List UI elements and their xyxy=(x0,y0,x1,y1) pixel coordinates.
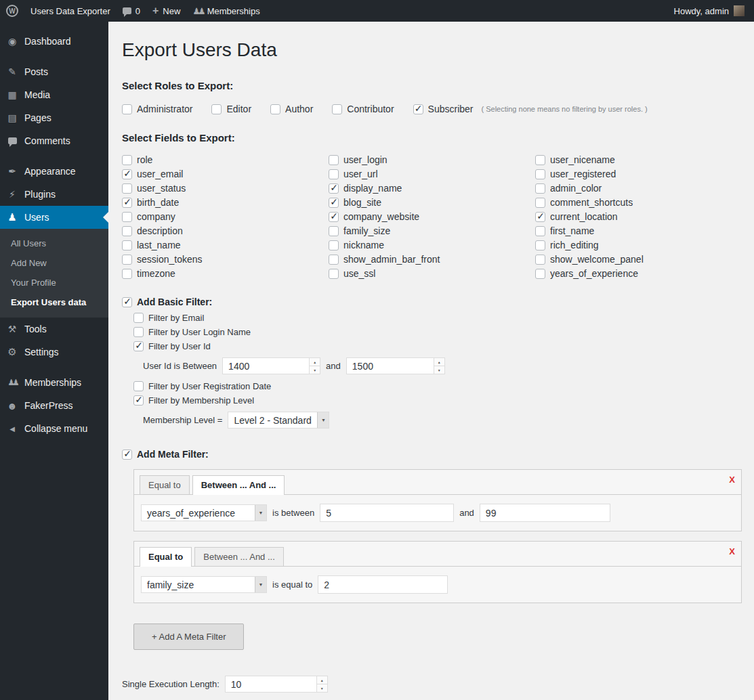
field-checkbox[interactable] xyxy=(535,155,545,165)
field-checkbox[interactable] xyxy=(329,155,339,165)
field-checkbox-item[interactable]: company_website xyxy=(329,211,535,222)
role-checkbox-item[interactable]: Subscriber xyxy=(413,104,474,114)
field-checkbox[interactable] xyxy=(122,183,132,194)
add-meta-filter-checkbox[interactable] xyxy=(122,450,132,460)
field-checkbox[interactable] xyxy=(329,183,339,194)
field-checkbox-item[interactable]: show_welcome_panel xyxy=(535,254,742,265)
field-checkbox-item[interactable]: role xyxy=(122,154,329,165)
role-checkbox[interactable] xyxy=(332,104,342,114)
sidebar-item-comments[interactable]: Comments xyxy=(0,129,108,152)
basic-filter-checkbox[interactable] xyxy=(133,327,144,337)
sidebar-item-dashboard[interactable]: Dashboard xyxy=(0,30,108,53)
basic-filter-checkbox[interactable] xyxy=(133,381,144,391)
basic-filter-checkbox[interactable] xyxy=(133,341,144,351)
field-checkbox[interactable] xyxy=(535,183,545,194)
field-checkbox[interactable] xyxy=(535,269,545,279)
field-checkbox[interactable] xyxy=(122,212,132,222)
spin-down-icon[interactable] xyxy=(310,366,320,374)
field-checkbox-item[interactable]: first_name xyxy=(535,225,742,236)
membership-level-select[interactable]: Level 2 - Standard xyxy=(228,412,329,429)
field-checkbox[interactable] xyxy=(122,155,132,165)
field-checkbox[interactable] xyxy=(535,169,545,179)
field-checkbox-item[interactable]: user_nicename xyxy=(535,154,742,165)
tab-between-and[interactable]: Between ... And ... xyxy=(194,547,284,566)
field-checkbox-item[interactable]: family_size xyxy=(329,225,535,236)
spin-up-icon[interactable] xyxy=(434,358,444,366)
user-id-to-input[interactable]: 1500 xyxy=(346,357,445,374)
basic-filter-option[interactable]: Filter by Membership Level xyxy=(133,395,742,406)
field-checkbox-item[interactable]: timezone xyxy=(122,268,329,279)
wordpress-menu[interactable] xyxy=(0,0,24,22)
field-checkbox-item[interactable]: birth_date xyxy=(122,197,329,208)
tab-equal-to[interactable]: Equal to xyxy=(140,475,190,494)
field-checkbox-item[interactable]: admin_color xyxy=(535,183,742,194)
field-checkbox-item[interactable]: description xyxy=(122,225,329,236)
account-menu[interactable]: Howdy, admin xyxy=(665,5,754,16)
add-meta-filter-toggle[interactable]: Add Meta Filter: xyxy=(122,449,742,460)
sidebar-item-fakerpress[interactable]: FakerPress xyxy=(0,394,108,417)
field-checkbox[interactable] xyxy=(535,255,545,265)
meta-field-select[interactable]: years_of_experience xyxy=(141,504,267,521)
add-meta-filter-button[interactable]: + Add A Meta Filter xyxy=(133,624,244,650)
field-checkbox[interactable] xyxy=(535,226,545,236)
spin-down-icon[interactable] xyxy=(434,366,444,374)
field-checkbox-item[interactable]: company xyxy=(122,211,329,222)
field-checkbox[interactable] xyxy=(535,212,545,222)
memberships-shortcut[interactable]: Memberships xyxy=(186,0,266,22)
basic-filter-option[interactable]: Filter by User Registration Date xyxy=(133,381,742,391)
field-checkbox[interactable] xyxy=(329,269,339,279)
spin-up-icon[interactable] xyxy=(317,676,327,684)
sidebar-item-media[interactable]: Media xyxy=(0,83,108,106)
spin-down-icon[interactable] xyxy=(317,684,327,692)
remove-meta-filter-button[interactable]: X xyxy=(729,475,735,485)
basic-filter-option[interactable]: Filter by User Id xyxy=(133,341,742,351)
meta-value-to-input[interactable]: 99 xyxy=(480,504,610,522)
field-checkbox-item[interactable]: nickname xyxy=(329,240,535,250)
sidebar-item-memberships[interactable]: Memberships xyxy=(0,371,108,394)
sidebar-item-tools[interactable]: Tools xyxy=(0,318,108,341)
field-checkbox[interactable] xyxy=(329,169,339,179)
field-checkbox-item[interactable]: user_status xyxy=(122,183,329,194)
field-checkbox[interactable] xyxy=(122,240,132,250)
tab-equal-to[interactable]: Equal to xyxy=(140,547,192,567)
execution-length-input[interactable]: 10 xyxy=(225,676,328,693)
field-checkbox-item[interactable]: rich_editing xyxy=(535,240,742,250)
add-basic-filter-checkbox[interactable] xyxy=(122,297,132,307)
field-checkbox-item[interactable]: last_name xyxy=(122,240,329,250)
field-checkbox-item[interactable]: blog_site xyxy=(329,197,535,208)
tab-between-and[interactable]: Between ... And ... xyxy=(192,475,285,495)
sidebar-item-appearance[interactable]: Appearance xyxy=(0,160,108,183)
field-checkbox[interactable] xyxy=(329,198,339,208)
sidebar-item-pages[interactable]: Pages xyxy=(0,106,108,129)
basic-filter-option[interactable]: Filter by Email xyxy=(133,313,742,323)
field-checkbox-item[interactable]: session_tokens xyxy=(122,254,329,265)
spinner-buttons[interactable] xyxy=(316,676,327,692)
sidebar-item-settings[interactable]: Settings xyxy=(0,341,108,364)
field-checkbox[interactable] xyxy=(122,255,132,265)
users-submenu-item[interactable]: Your Profile xyxy=(0,273,108,292)
basic-filter-checkbox[interactable] xyxy=(133,313,144,323)
users-submenu-item[interactable]: Add New xyxy=(0,253,108,273)
field-checkbox[interactable] xyxy=(329,212,339,222)
field-checkbox[interactable] xyxy=(329,226,339,236)
field-checkbox[interactable] xyxy=(122,198,132,208)
spinner-buttons[interactable] xyxy=(434,358,444,374)
spin-up-icon[interactable] xyxy=(310,358,320,366)
field-checkbox[interactable] xyxy=(535,198,545,208)
field-checkbox-item[interactable]: display_name xyxy=(329,183,535,194)
sidebar-item-collapse-menu[interactable]: Collapse menu xyxy=(0,417,108,440)
field-checkbox-item[interactable]: years_of_experience xyxy=(535,268,742,279)
role-checkbox[interactable] xyxy=(122,104,132,114)
role-checkbox-item[interactable]: Administrator xyxy=(122,104,192,114)
field-checkbox-item[interactable]: user_email xyxy=(122,169,329,179)
field-checkbox[interactable] xyxy=(122,269,132,279)
meta-field-select[interactable]: family_size xyxy=(141,576,267,593)
sidebar-item-plugins[interactable]: Plugins xyxy=(0,183,108,206)
users-submenu-item[interactable]: All Users xyxy=(0,234,108,253)
basic-filter-checkbox[interactable] xyxy=(133,395,144,406)
field-checkbox-item[interactable]: comment_shortcuts xyxy=(535,197,742,208)
role-checkbox-item[interactable]: Editor xyxy=(211,104,251,114)
meta-value-from-input[interactable]: 5 xyxy=(320,504,454,522)
role-checkbox[interactable] xyxy=(270,104,280,114)
basic-filter-option[interactable]: Filter by User Login Name xyxy=(133,327,742,337)
